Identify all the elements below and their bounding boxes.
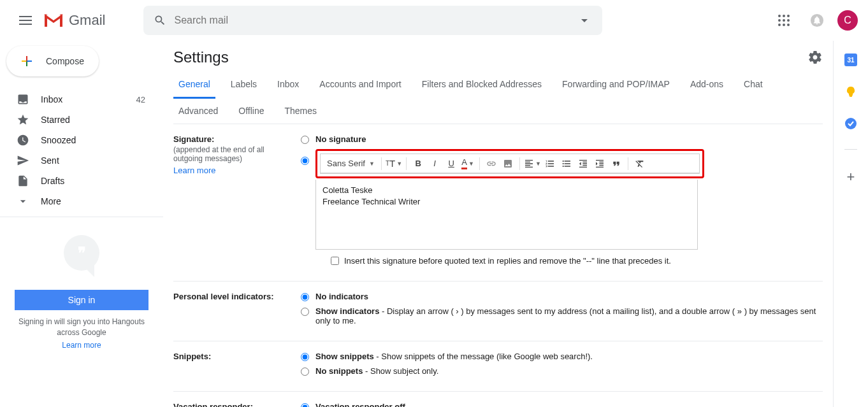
caret-down-icon: ▼ xyxy=(535,161,541,167)
svg-rect-10 xyxy=(26,56,27,61)
no-indicators-radio[interactable] xyxy=(301,293,309,301)
quote-button[interactable] xyxy=(609,156,624,171)
tab-chat[interactable]: Chat xyxy=(739,71,768,98)
keep-button[interactable] xyxy=(844,85,857,98)
snippets-section: Snippets: Show snippets - Show snippets … xyxy=(173,341,823,392)
gmail-icon xyxy=(43,13,64,28)
main-menu-button[interactable] xyxy=(10,5,41,36)
indent-less-icon xyxy=(578,159,588,169)
svg-rect-13 xyxy=(22,61,26,62)
caret-down-icon: ▼ xyxy=(369,161,375,167)
show-indicators-radio[interactable] xyxy=(301,308,309,316)
indent-more-button[interactable] xyxy=(592,156,607,171)
underline-button[interactable]: U xyxy=(444,156,459,171)
numbered-list-button[interactable] xyxy=(542,156,558,171)
show-snippets-radio[interactable] xyxy=(301,353,309,361)
calendar-button[interactable]: 31 xyxy=(844,54,857,66)
remove-format-button[interactable] xyxy=(632,156,647,171)
keep-icon xyxy=(844,85,857,98)
insert-signature-label: Insert this signature before quoted text… xyxy=(344,256,671,266)
search-box[interactable] xyxy=(143,6,602,35)
font-size-button[interactable]: TT▼ xyxy=(386,156,402,171)
sidebar-item-sent[interactable]: Sent xyxy=(0,150,163,171)
learn-more-link[interactable]: Learn more xyxy=(62,341,101,350)
nav-count: 42 xyxy=(136,95,145,104)
signature-textarea[interactable]: Coletta Teske Freelance Technical Writer xyxy=(315,180,698,250)
search-input[interactable] xyxy=(174,15,577,26)
sidebar-item-drafts[interactable]: Drafts xyxy=(0,171,163,191)
tab-accounts[interactable]: Accounts and Import xyxy=(314,71,406,98)
font-name: Sans Serif xyxy=(327,159,365,168)
tab-forwarding[interactable]: Forwarding and POP/IMAP xyxy=(557,71,675,98)
tab-offline[interactable]: Offline xyxy=(233,98,269,124)
link-button[interactable] xyxy=(484,156,499,171)
tab-advanced[interactable]: Advanced xyxy=(173,98,223,124)
sidebar-item-snoozed[interactable]: Snoozed xyxy=(0,130,163,150)
no-signature-label: No signature xyxy=(315,134,366,144)
search-icon xyxy=(154,14,166,27)
separator xyxy=(381,157,382,170)
nav-label: Sent xyxy=(41,155,156,166)
svg-point-1 xyxy=(783,15,785,17)
signature-sublabel: (appended at the end of all outgoing mes… xyxy=(173,145,291,163)
page-title: Settings xyxy=(173,48,807,66)
bold-button[interactable]: B xyxy=(410,156,426,171)
svg-text:31: 31 xyxy=(847,57,855,64)
gmail-text: Gmail xyxy=(69,12,105,29)
plus-multicolor-icon xyxy=(19,54,34,69)
align-icon xyxy=(524,159,534,169)
svg-rect-17 xyxy=(850,96,852,97)
separator xyxy=(479,157,480,170)
add-addon-button[interactable]: + xyxy=(847,169,855,185)
notifications-button[interactable] xyxy=(804,8,830,33)
tab-addons[interactable]: Add-ons xyxy=(685,71,728,98)
account-avatar[interactable]: C xyxy=(837,10,858,31)
quote-icon xyxy=(611,159,621,169)
sidebar-item-starred[interactable]: Starred xyxy=(0,110,163,130)
divider xyxy=(0,217,163,217)
tasks-button[interactable] xyxy=(844,117,857,130)
show-indicators-desc: - Display an arrow ( › ) by messages sen… xyxy=(315,306,816,325)
search-options-dropdown[interactable] xyxy=(577,13,592,28)
no-signature-radio[interactable] xyxy=(301,136,309,144)
sent-icon xyxy=(17,154,29,167)
svg-rect-14 xyxy=(26,61,27,62)
tab-filters[interactable]: Filters and Blocked Addresses xyxy=(417,71,547,98)
signin-button[interactable]: Sign in xyxy=(15,290,148,310)
image-icon xyxy=(503,159,513,169)
settings-header: Settings xyxy=(173,48,823,66)
chevron-down-icon xyxy=(17,195,29,208)
font-family-select[interactable]: Sans Serif ▼ xyxy=(324,156,377,171)
indent-less-button[interactable] xyxy=(575,156,591,171)
indent-more-icon xyxy=(595,159,605,169)
vacation-off-radio[interactable] xyxy=(301,403,309,407)
tab-labels[interactable]: Labels xyxy=(226,71,262,98)
image-button[interactable] xyxy=(500,156,516,171)
nav-label: Snoozed xyxy=(41,135,156,145)
caret-down-icon: ▼ xyxy=(396,161,402,167)
compose-button[interactable]: Compose xyxy=(6,46,99,76)
italic-button[interactable]: I xyxy=(427,156,442,171)
tab-inbox[interactable]: Inbox xyxy=(272,71,304,98)
sidebar-item-inbox[interactable]: Inbox 42 xyxy=(0,89,163,110)
signature-radio[interactable] xyxy=(301,157,309,165)
signature-label: Signature: xyxy=(173,134,291,144)
logo[interactable]: Gmail xyxy=(43,12,105,29)
tab-general[interactable]: General xyxy=(173,71,215,99)
star-icon xyxy=(17,113,29,126)
nav-label: Starred xyxy=(41,115,156,125)
gear-icon[interactable] xyxy=(807,50,823,65)
bullet-list-button[interactable] xyxy=(559,156,574,171)
svg-rect-11 xyxy=(27,61,32,62)
insert-signature-checkbox[interactable] xyxy=(331,257,339,265)
sidebar-item-more[interactable]: More xyxy=(0,191,163,211)
align-button[interactable]: ▼ xyxy=(524,156,541,171)
drafts-icon xyxy=(17,175,29,187)
learn-more-link[interactable]: Learn more xyxy=(173,166,291,175)
tab-themes[interactable]: Themes xyxy=(280,98,322,124)
svg-point-8 xyxy=(787,24,790,26)
nav-list: Inbox 42 Starred Snoozed Sent Drafts xyxy=(0,84,163,211)
apps-button[interactable] xyxy=(771,8,797,33)
no-snippets-radio[interactable] xyxy=(301,368,309,376)
text-color-button[interactable]: A▼ xyxy=(460,156,475,171)
